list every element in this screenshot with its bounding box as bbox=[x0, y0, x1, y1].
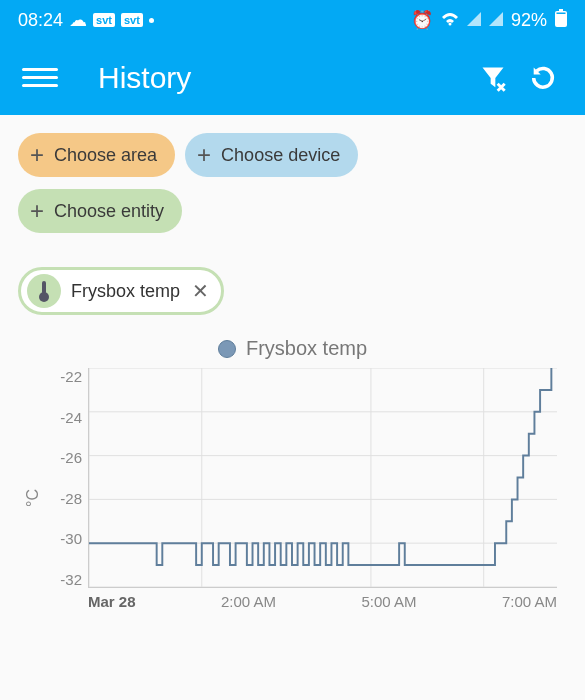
status-bar: 08:24 ☁ svt svt ⏰ 92% bbox=[0, 0, 585, 40]
chip-row-2: + Choose entity bbox=[18, 189, 567, 233]
choose-area-chip[interactable]: + Choose area bbox=[18, 133, 175, 177]
signal-icon-1 bbox=[467, 10, 481, 31]
svg-point-5 bbox=[39, 292, 49, 302]
chip-label: Frysbox temp bbox=[71, 281, 180, 302]
svt-badge-2: svt bbox=[121, 13, 143, 27]
chip-label: Choose area bbox=[54, 145, 157, 166]
chart-svg bbox=[89, 368, 557, 587]
chart-legend: Frysbox temp bbox=[18, 337, 567, 360]
thermometer-icon bbox=[27, 274, 61, 308]
y-axis-labels: -22 -24 -26 -28 -30 -32 bbox=[48, 368, 82, 588]
battery-icon bbox=[555, 9, 567, 32]
chip-label: Choose device bbox=[221, 145, 340, 166]
choose-device-chip[interactable]: + Choose device bbox=[185, 133, 358, 177]
x-axis-labels: Mar 28 2:00 AM 5:00 AM 7:00 AM bbox=[88, 593, 557, 610]
remove-chip-button[interactable]: ✕ bbox=[192, 279, 209, 303]
page-title: History bbox=[98, 61, 463, 95]
hamburger-icon bbox=[22, 68, 58, 71]
chip-label: Choose entity bbox=[54, 201, 164, 222]
filter-remove-icon bbox=[479, 64, 507, 92]
chip-row-1: + Choose area + Choose device bbox=[18, 133, 567, 177]
notification-dot bbox=[149, 18, 154, 23]
alarm-icon: ⏰ bbox=[411, 9, 433, 31]
plot-area[interactable] bbox=[88, 368, 557, 588]
legend-label: Frysbox temp bbox=[246, 337, 367, 360]
plus-icon: + bbox=[197, 141, 211, 169]
refresh-icon bbox=[529, 64, 557, 92]
wifi-icon bbox=[441, 10, 459, 31]
plus-icon: + bbox=[30, 141, 44, 169]
status-left: 08:24 ☁ svt svt bbox=[18, 9, 154, 31]
selected-entity-chip[interactable]: Frysbox temp ✕ bbox=[18, 267, 224, 315]
status-right: ⏰ 92% bbox=[411, 9, 567, 32]
menu-button[interactable] bbox=[22, 60, 58, 96]
svg-point-0 bbox=[448, 22, 451, 25]
y-axis-unit: °C bbox=[24, 489, 42, 507]
chart: °C -22 -24 -26 -28 -30 -32 Mar 28 2:00 A… bbox=[28, 368, 567, 628]
status-time: 08:24 bbox=[18, 10, 63, 31]
signal-icon-2 bbox=[489, 10, 503, 31]
refresh-button[interactable] bbox=[523, 58, 563, 98]
svg-rect-3 bbox=[557, 12, 566, 14]
plus-icon: + bbox=[30, 197, 44, 225]
content: + Choose area + Choose device + Choose e… bbox=[0, 115, 585, 646]
filter-button[interactable] bbox=[473, 58, 513, 98]
cloud-icon: ☁ bbox=[69, 9, 87, 31]
battery-percent: 92% bbox=[511, 10, 547, 31]
svg-rect-2 bbox=[559, 9, 563, 12]
svt-badge-1: svt bbox=[93, 13, 115, 27]
legend-marker bbox=[218, 340, 236, 358]
app-bar: History bbox=[0, 40, 585, 115]
choose-entity-chip[interactable]: + Choose entity bbox=[18, 189, 182, 233]
close-icon: ✕ bbox=[192, 280, 209, 302]
